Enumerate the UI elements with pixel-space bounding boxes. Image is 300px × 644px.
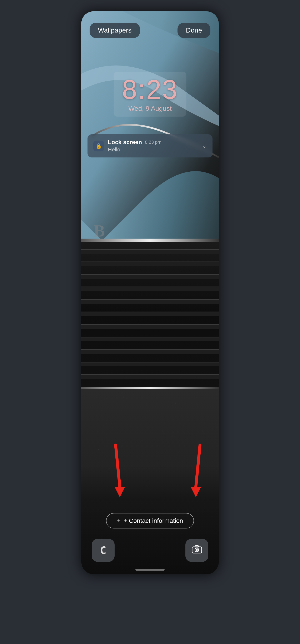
top-bar: Wallpapers Done xyxy=(81,23,219,38)
svg-rect-17 xyxy=(81,336,219,338)
chevron-down-icon[interactable]: ⌄ xyxy=(202,142,207,149)
phone-shortcut-button[interactable]: C xyxy=(92,539,115,562)
plus-icon: + xyxy=(117,517,121,524)
phone-container: B Wallpapers Done 8:23 Wed, 9 August 🔒 L… xyxy=(73,11,227,633)
camera-icon xyxy=(192,545,202,556)
notification-bar[interactable]: 🔒 Lock screen 8:23 pm Hello! ⌄ xyxy=(87,134,213,158)
svg-rect-7 xyxy=(81,274,219,275)
notification-title: Lock screen xyxy=(108,139,142,146)
lock-icon: 🔒 xyxy=(96,143,102,149)
svg-rect-21 xyxy=(81,362,219,362)
svg-rect-31 xyxy=(175,403,176,404)
bottom-icons: C xyxy=(81,539,219,562)
svg-rect-35 xyxy=(185,439,186,440)
contact-info-label: + Contact information xyxy=(124,517,183,524)
contact-info-button[interactable]: + + Contact information xyxy=(106,513,194,528)
svg-rect-5 xyxy=(81,262,219,262)
time-text: 8:23 xyxy=(122,76,178,103)
camera-shortcut-button[interactable] xyxy=(185,539,208,562)
svg-rect-34 xyxy=(154,460,155,460)
notification-content: Lock screen 8:23 pm Hello! xyxy=(108,139,161,153)
svg-point-44 xyxy=(196,549,198,551)
home-indicator[interactable] xyxy=(135,569,165,570)
phone-screen: B Wallpapers Done 8:23 Wed, 9 August 🔒 L… xyxy=(81,11,219,574)
date-text: Wed, 9 August xyxy=(122,105,178,112)
notification-body: Hello! xyxy=(108,146,161,153)
svg-rect-32 xyxy=(196,418,196,418)
done-button[interactable]: Done xyxy=(178,23,210,38)
wallpapers-button[interactable]: Wallpapers xyxy=(90,23,140,38)
svg-rect-28 xyxy=(106,420,107,420)
svg-rect-19 xyxy=(81,349,219,350)
bottom-section: + + Contact information C xyxy=(81,466,219,574)
svg-rect-15 xyxy=(81,324,219,325)
svg-rect-25 xyxy=(81,387,219,389)
notification-title-row: Lock screen 8:23 pm xyxy=(108,139,161,146)
svg-text:B: B xyxy=(94,222,105,240)
svg-rect-3 xyxy=(81,249,219,250)
time-display: 8:23 Wed, 9 August xyxy=(114,72,186,116)
notification-time: 8:23 pm xyxy=(145,140,161,145)
svg-rect-33 xyxy=(98,449,98,450)
phone-icon: C xyxy=(100,544,106,556)
svg-rect-27 xyxy=(92,408,92,408)
svg-rect-43 xyxy=(195,546,199,547)
svg-rect-9 xyxy=(81,286,219,288)
svg-rect-23 xyxy=(81,374,219,375)
svg-rect-11 xyxy=(81,299,219,300)
svg-rect-13 xyxy=(81,312,219,312)
notification-icon: 🔒 xyxy=(93,140,104,152)
svg-rect-30 xyxy=(144,428,144,429)
notification-left: 🔒 Lock screen 8:23 pm Hello! xyxy=(93,139,161,153)
svg-rect-29 xyxy=(123,397,124,398)
